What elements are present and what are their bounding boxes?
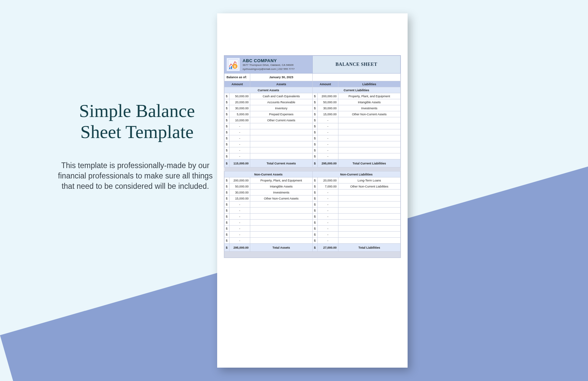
amount-cell: - (229, 202, 250, 208)
currency-symbol: $ (312, 153, 317, 159)
label-cell: Property, Plant, and Equipment (250, 177, 312, 183)
label-cell (250, 232, 312, 238)
label-cell: Investments (338, 105, 400, 111)
label-cell (250, 141, 312, 147)
amount-cell: 7,000.00 (317, 183, 338, 189)
amount-cell: - (229, 226, 250, 232)
svg-rect-3 (229, 68, 230, 69)
currency-symbol: $ (312, 159, 317, 167)
currency-symbol: $ (225, 196, 230, 202)
label-cell (338, 238, 400, 244)
currency-symbol: $ (225, 183, 230, 189)
amount-cell: 20,000.00 (317, 177, 338, 183)
total-assets-amount: 295,000.00 (229, 244, 250, 252)
amount-cell: 15,000.00 (317, 111, 338, 117)
table-row: $10,000.00Other Current Assets$- (225, 117, 401, 123)
amount-cell: - (317, 123, 338, 129)
currency-symbol: $ (312, 123, 317, 129)
table-row: $30,000.00Inventory$30,000.00Investments (225, 105, 401, 111)
currency-symbol: $ (225, 147, 230, 153)
amount-cell: 200,000.00 (229, 177, 250, 183)
table-row: $-$- (225, 141, 401, 147)
table-row: $30,000.00Investments$- (225, 189, 401, 196)
amount-cell: - (229, 129, 250, 135)
currency-symbol: $ (225, 159, 230, 167)
currency-symbol: $ (312, 208, 317, 214)
amount-cell: - (317, 189, 338, 196)
currency-symbol: $ (225, 232, 230, 238)
document-preview: $ ABC COMPANY 3677 Thompson Drive, Oakla… (217, 13, 408, 368)
table-row: $-$- (225, 232, 401, 238)
amount-cell: 10,000.00 (229, 117, 250, 123)
table-row: $-$- (225, 214, 401, 220)
col-amount-left: Amount (225, 81, 250, 87)
amount-cell: - (317, 202, 338, 208)
currency-symbol: $ (225, 123, 230, 129)
amount-cell: - (229, 220, 250, 226)
label-cell: Other Non-Current Liabilities (338, 183, 400, 189)
balance-as-of-label: Balance as of: (225, 74, 250, 81)
currency-symbol: $ (225, 93, 230, 99)
amount-cell: 15,000.00 (229, 196, 250, 202)
svg-rect-4 (231, 66, 232, 69)
col-amount-right: Amount (312, 81, 338, 87)
amount-cell: - (229, 232, 250, 238)
label-cell: Investments (250, 189, 312, 196)
currency-symbol: $ (312, 214, 317, 220)
currency-symbol: $ (312, 189, 317, 196)
amount-cell: 50,000.00 (229, 183, 250, 189)
table-row: $-$- (225, 147, 401, 153)
table-row: $-$- (225, 129, 401, 135)
label-cell (338, 214, 400, 220)
table-row: $-$- (225, 238, 401, 244)
amount-cell: - (317, 147, 338, 153)
currency-symbol: $ (312, 99, 317, 105)
balance-sheet: $ ABC COMPANY 3677 Thompson Drive, Oakla… (224, 55, 401, 258)
amount-cell: - (229, 214, 250, 220)
svg-text:$: $ (234, 65, 236, 68)
currency-symbol: $ (225, 153, 230, 159)
amount-cell: - (317, 153, 338, 159)
label-cell: Inventory (250, 105, 312, 111)
currency-symbol: $ (225, 111, 230, 117)
label-cell (338, 129, 400, 135)
amount-cell: 20,000.00 (229, 99, 250, 105)
table-row: $200,000.00Property, Plant, and Equipmen… (225, 177, 401, 183)
currency-symbol: $ (225, 202, 230, 208)
currency-symbol: $ (225, 129, 230, 135)
section-current-assets: Current Assets (225, 87, 313, 93)
label-cell (250, 238, 312, 244)
label-cell: Other Non-Current Assets (338, 111, 400, 117)
label-cell (250, 153, 312, 159)
label-cell: Other Current Assets (250, 117, 312, 123)
total-current-liabilities-label: Total Current Liabilities (338, 159, 400, 167)
currency-symbol: $ (312, 135, 317, 141)
label-cell: Long-Term Loans (338, 177, 400, 183)
total-current-assets-label: Total Current Assets (250, 159, 312, 167)
company-name: ABC COMPANY (243, 58, 295, 63)
amount-cell: 30,000.00 (317, 105, 338, 111)
col-liabilities: Liabilities (338, 81, 400, 87)
currency-symbol: $ (312, 129, 317, 135)
currency-symbol: $ (225, 141, 230, 147)
label-cell: Intangible Assets (250, 183, 312, 189)
currency-symbol: $ (225, 244, 230, 252)
label-cell (250, 208, 312, 214)
amount-cell: 5,000.00 (229, 111, 250, 117)
currency-symbol: $ (312, 117, 317, 123)
currency-symbol: $ (312, 196, 317, 202)
currency-symbol: $ (225, 220, 230, 226)
table-row: $-$- (225, 135, 401, 141)
table-row: $5,000.00Prepaid Expenses$15,000.00Other… (225, 111, 401, 117)
currency-symbol: $ (225, 238, 230, 244)
table-row: $50,000.00Cash and Cash Equivalents$200,… (225, 93, 401, 99)
label-cell: Cash and Cash Equivalents (250, 93, 312, 99)
label-cell: Other Non-Current Assets (250, 196, 312, 202)
currency-symbol: $ (312, 244, 317, 252)
currency-symbol: $ (312, 202, 317, 208)
label-cell: Accounts Receivable (250, 99, 312, 105)
page-title: Simple Balance Sheet Template (67, 100, 207, 143)
amount-cell: - (229, 123, 250, 129)
currency-symbol: $ (225, 117, 230, 123)
currency-symbol: $ (312, 232, 317, 238)
